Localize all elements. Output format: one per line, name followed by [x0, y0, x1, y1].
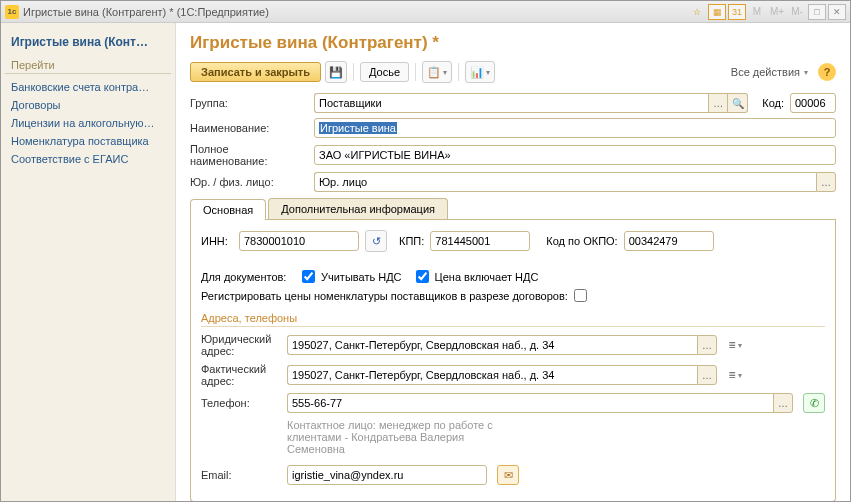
ellipsis-icon[interactable]: … — [697, 335, 717, 355]
fact-addr-input[interactable] — [287, 365, 697, 385]
fullname-label: Полное наименование: — [190, 143, 308, 167]
close-button[interactable]: ✕ — [828, 4, 846, 20]
legal-addr-label: Юридический адрес: — [201, 333, 281, 357]
fact-addr-menu-icon[interactable]: ≡ — [723, 365, 747, 385]
kpp-label: КПП: — [399, 235, 424, 247]
all-actions-label: Все действия — [731, 66, 800, 78]
phone-input[interactable] — [287, 393, 773, 413]
dossier-button[interactable]: Досье — [360, 62, 409, 82]
toolbar: Записать и закрыть 💾 Досье 📋 📊 Все дейст… — [190, 61, 836, 83]
type-input[interactable] — [314, 172, 816, 192]
ellipsis-icon[interactable]: … — [773, 393, 793, 413]
help-icon[interactable]: ? — [818, 63, 836, 81]
email-input[interactable] — [287, 465, 487, 485]
sidebar-link-licenses[interactable]: Лицензии на алкогольную… — [5, 114, 171, 132]
calculator-icon[interactable]: ▦ — [708, 4, 726, 20]
search-icon[interactable]: 🔍 — [728, 93, 748, 113]
sidebar-title: Игристые вина (Конт… — [5, 31, 171, 53]
email-label: Email: — [201, 469, 281, 481]
sidebar-link-contracts[interactable]: Договоры — [5, 96, 171, 114]
reg-prices-label: Регистрировать цены номенклатуры поставщ… — [201, 290, 568, 302]
sidebar-link-egais[interactable]: Соответствие с ЕГАИС — [5, 150, 171, 168]
phone-label: Телефон: — [201, 397, 281, 409]
tab-extra[interactable]: Дополнительная информация — [268, 198, 448, 219]
favorite-icon[interactable]: ☆ — [688, 4, 706, 20]
memory-mplus-button[interactable]: M+ — [768, 4, 786, 20]
mail-icon[interactable]: ✉ — [497, 465, 519, 485]
legal-addr-menu-icon[interactable]: ≡ — [723, 335, 747, 355]
tab-main[interactable]: Основная — [190, 199, 266, 220]
okpo-label: Код по ОКПО: — [546, 235, 617, 247]
refresh-icon[interactable]: ↺ — [365, 230, 387, 252]
tabs: Основная Дополнительная информация — [190, 198, 836, 220]
fact-addr-label: Фактический адрес: — [201, 363, 281, 387]
section-addresses: Адреса, телефоны — [201, 312, 825, 327]
calendar-icon[interactable]: 31 — [728, 4, 746, 20]
inn-input[interactable] — [239, 231, 359, 251]
save-close-button[interactable]: Записать и закрыть — [190, 62, 321, 82]
report-dropdown-button[interactable]: 📋 — [422, 61, 452, 83]
titlebar: 1c Игристые вина (Контрагент) * (1С:Пред… — [1, 1, 850, 23]
contact-hint: Контактное лицо: менеджер по работе с кл… — [287, 419, 517, 455]
inn-label: ИНН: — [201, 235, 233, 247]
fullname-input[interactable] — [314, 145, 836, 165]
all-actions-link[interactable]: Все действия — [731, 66, 808, 78]
ellipsis-icon[interactable]: … — [697, 365, 717, 385]
ellipsis-icon[interactable]: … — [816, 172, 836, 192]
window-title: Игристые вина (Контрагент) * (1С:Предпри… — [23, 6, 688, 18]
type-label: Юр. / физ. лицо: — [190, 176, 308, 188]
docs-label: Для документов: — [201, 271, 296, 283]
nds-include-label: Цена включает НДС — [435, 271, 539, 283]
memory-m-button[interactable]: M — [748, 4, 766, 20]
content-area: Игристые вина (Контрагент) * Записать и … — [176, 23, 850, 501]
reg-prices-checkbox[interactable] — [574, 289, 587, 302]
legal-addr-input[interactable] — [287, 335, 697, 355]
save-icon-button[interactable]: 💾 — [325, 61, 347, 83]
sidebar-heading: Перейти — [5, 53, 171, 74]
nds-include-checkbox[interactable] — [416, 270, 429, 283]
separator — [458, 63, 459, 81]
group-input[interactable] — [314, 93, 708, 113]
sidebar: Игристые вина (Конт… Перейти Банковские … — [1, 23, 176, 501]
memory-mminus-button[interactable]: M- — [788, 4, 806, 20]
call-icon[interactable]: ✆ — [803, 393, 825, 413]
code-label: Код: — [762, 97, 784, 109]
app-icon: 1c — [5, 5, 19, 19]
name-input[interactable]: Игристые вина — [314, 118, 836, 138]
nds-account-checkbox[interactable] — [302, 270, 315, 283]
separator — [353, 63, 354, 81]
name-value-selected: Игристые вина — [319, 122, 397, 134]
sidebar-link-nomenclature[interactable]: Номенклатура поставщика — [5, 132, 171, 150]
nds-account-label: Учитывать НДС — [321, 271, 402, 283]
separator — [415, 63, 416, 81]
sidebar-link-bank[interactable]: Банковские счета контра… — [5, 78, 171, 96]
ellipsis-icon[interactable]: … — [708, 93, 728, 113]
maximize-button[interactable]: □ — [808, 4, 826, 20]
page-title: Игристые вина (Контрагент) * — [190, 33, 836, 53]
okpo-input[interactable] — [624, 231, 714, 251]
group-label: Группа: — [190, 97, 308, 109]
kpp-input[interactable] — [430, 231, 530, 251]
name-label: Наименование: — [190, 122, 308, 134]
tab-content-main: ИНН: ↺ КПП: Код по ОКПО: Для документов:… — [190, 220, 836, 501]
print-dropdown-button[interactable]: 📊 — [465, 61, 495, 83]
code-input[interactable] — [790, 93, 836, 113]
